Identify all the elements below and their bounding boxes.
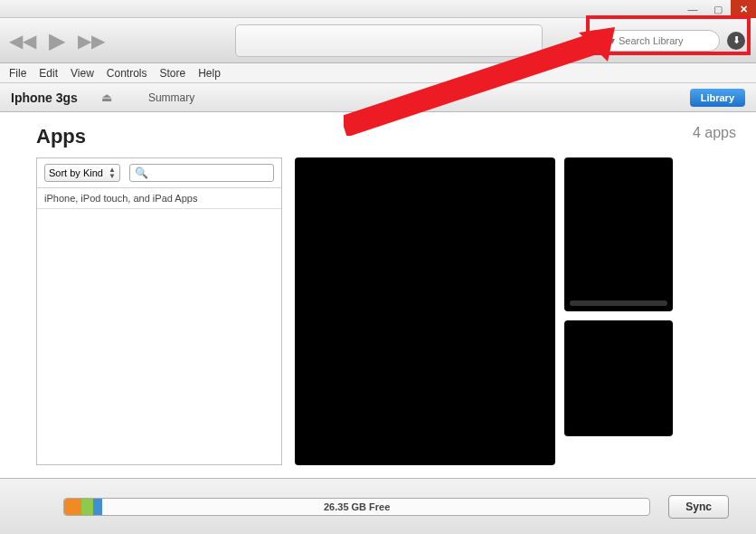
eject-icon[interactable]: ⏏ [101,91,112,104]
section-title: Apps [36,125,86,148]
sync-button[interactable]: Sync [668,495,729,519]
window-min[interactable]: — [680,0,705,18]
lcd-display [235,24,543,57]
apps-filter-input[interactable] [148,167,269,178]
menu-edit[interactable]: Edit [39,67,58,80]
menu-help[interactable]: Help [198,67,221,80]
prev-button[interactable]: ◀◀ [9,30,36,52]
home-screen-thumb-2[interactable] [564,320,673,436]
menu-view[interactable]: View [71,67,94,80]
sort-label: Sort by Kind [49,167,103,178]
downloads-button[interactable]: ⬇ [727,32,745,50]
device-name: Iphone 3gs [11,91,78,105]
search-input[interactable] [619,35,730,46]
next-button[interactable]: ▶▶ [78,30,105,52]
menu-store[interactable]: Store [160,67,186,80]
capacity-free-label: 26.35 GB Free [64,501,649,512]
player-bar: ◀◀ ▶ ▶▶ 🔍 ▾ ⬇ [0,18,756,63]
home-screen-page[interactable] [295,157,555,465]
apps-filter[interactable]: 🔍 [129,164,274,182]
sort-arrows-icon: ▲▼ [109,167,116,179]
device-tab-bar: Iphone 3gs ⏏ Summary Library [0,83,756,112]
library-button[interactable]: Library [690,89,745,107]
search-chevron-icon: ▾ [610,34,615,47]
apps-subheader: iPhone, iPod touch, and iPad Apps [37,188,281,209]
app-count: 4 apps [693,125,736,148]
footer-bar: 26.35 GB Free Sync [0,478,756,534]
capacity-bar: 26.35 GB Free [63,498,650,516]
search-icon: 🔍 [592,34,606,47]
menu-controls[interactable]: Controls [107,67,147,80]
menu-file[interactable]: File [9,67,26,80]
sort-dropdown[interactable]: Sort by Kind ▲▼ [44,164,120,182]
window-close[interactable]: ✕ [731,0,756,18]
window-titlebar: — ▢ ✕ [0,0,756,18]
tab-summary[interactable]: Summary [148,91,194,104]
home-screen-thumb-1[interactable] [564,157,673,311]
filter-search-icon: 🔍 [135,167,148,179]
search-library[interactable]: 🔍 ▾ [584,30,720,52]
play-button[interactable]: ▶ [49,28,65,53]
menu-bar: FileEditViewControlsStoreHelp [0,63,756,83]
apps-list-panel: Sort by Kind ▲▼ 🔍 iPhone, iPod touch, an… [36,157,282,465]
window-max[interactable]: ▢ [705,0,731,18]
